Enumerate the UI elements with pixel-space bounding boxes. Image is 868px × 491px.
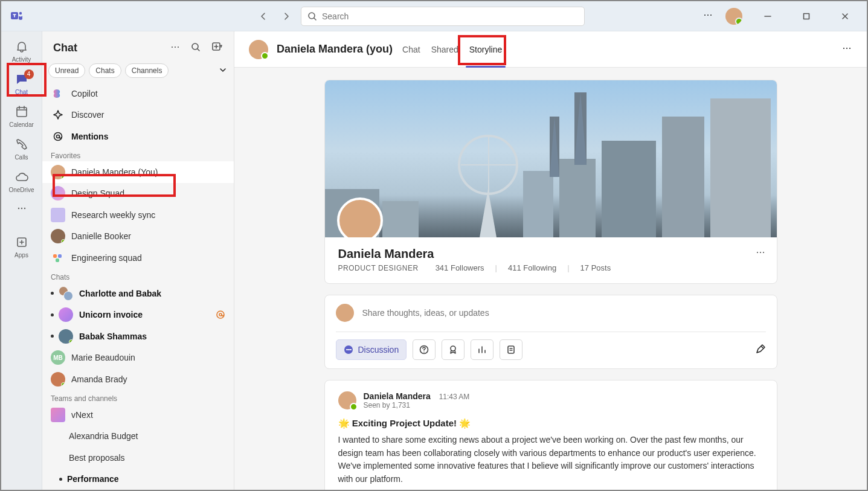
nav-forward-button[interactable] — [278, 8, 295, 25]
nav-back-button[interactable] — [255, 8, 272, 25]
badge-icon — [448, 344, 458, 355]
post-avatar[interactable] — [338, 391, 356, 409]
svg-rect-7 — [17, 108, 27, 117]
header-more-button[interactable] — [841, 43, 852, 56]
rail-chat[interactable]: 4 Chat — [4, 68, 40, 99]
apps-icon — [14, 235, 29, 251]
search-input[interactable] — [322, 11, 578, 21]
ferris-wheel-icon — [458, 135, 518, 195]
content-header: Daniela Mandera (you) Chat Shared Storyl… — [234, 31, 867, 68]
unread-dot — [51, 313, 54, 316]
entry-engineering-squad[interactable]: Engineering squad — [42, 247, 234, 268]
sparkle-icon — [51, 108, 65, 122]
filter-row: Unread Chats Channels — [42, 60, 234, 83]
entry-copilot[interactable]: Copilot — [42, 83, 234, 104]
entry-danielle-booker[interactable]: Danielle Booker — [42, 225, 234, 246]
svg-point-17 — [54, 132, 62, 140]
chat-filter-button[interactable] — [190, 42, 201, 54]
chat-more-button[interactable] — [170, 42, 181, 54]
profile-more-button[interactable] — [755, 247, 766, 260]
tab-chat[interactable]: Chat — [401, 31, 422, 68]
entry-research-sync[interactable]: Research weekly sync — [42, 204, 234, 225]
qa-button[interactable] — [413, 339, 436, 360]
svg-point-25 — [846, 48, 847, 49]
poll-button[interactable] — [471, 339, 493, 360]
entry-label: Engineering squad — [71, 253, 225, 263]
post-author[interactable]: Daniela Mandera — [364, 391, 431, 401]
header-avatar[interactable] — [249, 40, 268, 59]
rail-calendar[interactable]: Calendar — [4, 100, 40, 132]
avatar — [51, 165, 65, 179]
search-box[interactable] — [301, 7, 585, 26]
phone-icon — [14, 137, 29, 153]
more-options-button[interactable] — [702, 10, 713, 22]
header-title: Daniela Mandera (you) — [277, 43, 393, 56]
entry-mentions[interactable]: Mentions — [42, 126, 234, 147]
entry-label: Copilot — [71, 89, 225, 98]
entry-discover[interactable]: Discover — [42, 104, 234, 125]
profile-posts[interactable]: 17 Posts — [580, 263, 611, 272]
entry-label: Design Squad — [71, 188, 225, 198]
profile-card: Daniela Mandera PRODUCT DESIGNER 341 Fol… — [324, 80, 777, 284]
entry-label: Babak Shammas — [79, 332, 225, 341]
calendar-icon — [14, 104, 29, 120]
entry-marie-beaudouin[interactable]: MB Marie Beaudouin — [42, 347, 234, 368]
format-button[interactable] — [755, 344, 766, 356]
avatar-pair — [59, 286, 73, 301]
entry-label: Performance — [67, 474, 225, 484]
svg-rect-33 — [508, 346, 514, 353]
new-chat-button[interactable] — [211, 41, 223, 55]
entry-charlotte-babak[interactable]: Charlotte and Babak — [42, 283, 234, 304]
pen-icon — [755, 344, 766, 355]
article-button[interactable] — [500, 339, 522, 360]
rail-onedrive[interactable]: OneDrive — [4, 165, 40, 197]
collapse-button[interactable] — [218, 65, 228, 77]
profile-followers[interactable]: 341 Followers — [436, 263, 484, 272]
filter-channels[interactable]: Channels — [125, 63, 169, 78]
rail-apps[interactable]: Apps — [4, 231, 40, 262]
svg-point-12 — [172, 47, 173, 48]
article-icon — [506, 344, 516, 355]
entry-babak-shammas[interactable]: Babak Shammas — [42, 326, 234, 347]
rail-more[interactable] — [4, 198, 40, 219]
filter-unread[interactable]: Unread — [48, 63, 85, 78]
search-icon — [307, 11, 317, 21]
entry-label: Daniela Mandera (You) — [71, 167, 225, 177]
entry-vnext[interactable]: vNext — [42, 404, 234, 425]
window-maximize-button[interactable] — [793, 7, 820, 25]
entry-label: Mentions — [71, 132, 225, 141]
entry-unicorn-invoice[interactable]: Unicorn invoice — [42, 304, 234, 326]
chat-icon: 4 — [14, 72, 29, 88]
entry-design-squad[interactable]: Design Squad — [42, 183, 234, 204]
entry-amanda-brady[interactable]: Amanda Brady — [42, 368, 234, 390]
filter-chats[interactable]: Chats — [89, 63, 121, 78]
entry-label: Discover — [71, 110, 225, 120]
channel-performance[interactable]: Performance — [42, 469, 234, 490]
rail-label: Apps — [14, 252, 28, 258]
discussion-button[interactable]: Discussion — [336, 339, 407, 360]
profile-name: Daniela Mandera — [338, 247, 764, 261]
avatar: MB — [51, 350, 65, 365]
unread-dot — [51, 292, 54, 295]
profile-meta: PRODUCT DESIGNER 341 Followers | 411 Fol… — [338, 263, 764, 272]
avatar — [51, 208, 65, 222]
entry-label: Unicorn invoice — [79, 310, 210, 319]
post-time: 11:43 AM — [439, 393, 470, 401]
current-user-avatar[interactable] — [725, 8, 742, 25]
rail-calls[interactable]: Calls — [4, 133, 40, 164]
tab-storyline[interactable]: Storyline — [468, 31, 503, 68]
praise-button[interactable] — [442, 339, 465, 360]
entry-label: vNext — [71, 410, 225, 420]
entry-self[interactable]: Daniela Mandera (You) — [42, 161, 234, 182]
rail-activity[interactable]: Activity — [4, 35, 40, 66]
profile-following[interactable]: 411 Following — [508, 263, 556, 272]
channel-best-proposals[interactable]: Best proposals — [42, 447, 234, 468]
avatar — [59, 329, 73, 344]
profile-avatar[interactable] — [337, 197, 383, 237]
window-close-button[interactable] — [832, 7, 858, 25]
channel-alexandria[interactable]: Alexandria Budget — [42, 426, 234, 447]
compose-input[interactable] — [362, 308, 766, 318]
tab-shared[interactable]: Shared — [430, 31, 460, 68]
window-minimize-button[interactable] — [754, 7, 781, 25]
profile-role: PRODUCT DESIGNER — [338, 264, 419, 272]
